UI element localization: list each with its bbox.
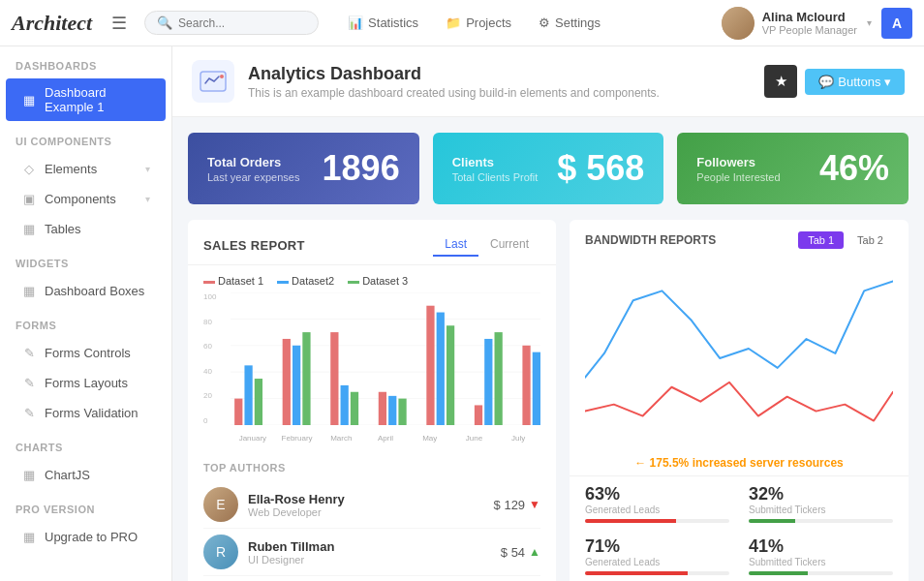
tables-icon: ▦: [21, 221, 37, 236]
sidebar-item-forms-validation[interactable]: ✎ Forms Validation: [6, 398, 166, 427]
search-input[interactable]: [178, 16, 304, 30]
sidebar-item-upgrade[interactable]: ▦ Upgrade to PRO: [6, 522, 166, 551]
components-icon: ▣: [21, 191, 37, 206]
upgrade-icon: ▦: [21, 529, 37, 544]
star-button[interactable]: ★: [764, 65, 797, 98]
user-name: Alina Mclourd: [762, 10, 857, 24]
svg-rect-24: [484, 339, 492, 425]
content-header: Analytics Dashboard This is an example d…: [172, 46, 924, 117]
app-icon[interactable]: A: [881, 8, 912, 39]
sidebar-item-tables[interactable]: ▦ Tables: [6, 214, 166, 243]
hamburger-icon[interactable]: ☰: [111, 13, 127, 34]
svg-rect-20: [426, 306, 434, 425]
svg-rect-11: [283, 339, 291, 425]
svg-rect-15: [341, 385, 349, 425]
sidebar-section-ui-components: UI COMPONENTS: [0, 122, 171, 153]
svg-rect-9: [244, 365, 252, 425]
svg-point-1: [220, 75, 224, 78]
svg-rect-13: [302, 332, 310, 425]
page-subtitle: This is an example dashboard created usi…: [248, 86, 660, 100]
line-chart-svg: [585, 257, 893, 441]
bw-stat-tickets: 32% Submitted Tickers: [749, 484, 893, 523]
sidebar-section-charts: CHARTS: [0, 428, 171, 459]
buttons-dropdown[interactable]: 💬 Buttons ▾: [805, 69, 905, 95]
bw-tab-1[interactable]: Tab 1: [798, 231, 844, 249]
sidebar-item-chartjs[interactable]: ▦ ChartJS: [6, 460, 166, 489]
svg-rect-8: [234, 399, 242, 425]
sidebar-section-dashboards: DASHBOARDS: [0, 46, 171, 77]
chevron-right-icon-2: ▾: [145, 194, 150, 204]
forms-controls-icon: ✎: [21, 345, 37, 360]
projects-icon: 📁: [446, 15, 461, 30]
tab-current[interactable]: Current: [478, 233, 540, 257]
svg-rect-19: [398, 399, 406, 425]
stat-sublabel-clients: Total Clients Profit: [452, 171, 539, 183]
tab-last[interactable]: Last: [433, 233, 478, 257]
stat-value-clients: $ 568: [557, 148, 644, 189]
user-info[interactable]: Alina Mclourd VP People Manager ▾: [722, 7, 872, 40]
server-resources-text: ← 175.5% increased server resources: [570, 450, 909, 475]
svg-rect-16: [351, 392, 358, 425]
bandwidth-tabs[interactable]: Tab 1 Tab 2: [798, 231, 893, 249]
author-amount-1: $ 129 ▼: [494, 498, 540, 512]
search-icon: 🔍: [157, 15, 172, 30]
author-row-3: V Vinnie Wagstaff Java Programmer $ 429: [203, 576, 540, 581]
search-box[interactable]: 🔍: [144, 11, 319, 35]
logo: Architect: [12, 11, 92, 36]
chevron-down-icon: ▾: [867, 17, 872, 28]
author-name-2: Ruben Tillman: [248, 539, 334, 554]
avatar: [722, 7, 755, 40]
nav-projects[interactable]: 📁 Projects: [432, 10, 525, 36]
bar-chart-svg: [231, 292, 540, 425]
svg-rect-12: [293, 346, 300, 425]
author-avatar-1: E: [203, 487, 238, 522]
settings-icon: ⚙: [539, 15, 550, 30]
sidebar-item-forms-layouts[interactable]: ✎ Forms Layouts: [6, 368, 166, 397]
stat-label-clients: Clients: [452, 155, 539, 169]
stat-sublabel-orders: Last year expenses: [207, 171, 299, 183]
bandwidth-stats-2: 71% Generated Leads 41% Submitted Ticker…: [570, 531, 909, 581]
line-chart-area: [570, 257, 909, 450]
nav-settings[interactable]: ⚙ Settings: [525, 10, 614, 36]
stat-card-orders: Total Orders Last year expenses 1896: [188, 133, 419, 204]
sidebar-item-elements[interactable]: ◇ Elements ▾: [6, 154, 166, 183]
sidebar-item-components[interactable]: ▣ Components ▾: [6, 184, 166, 213]
sidebar-item-dashboard-boxes[interactable]: ▦ Dashboard Boxes: [6, 276, 166, 305]
bw-tab-2[interactable]: Tab 2: [847, 231, 893, 249]
svg-rect-21: [437, 313, 445, 425]
sidebar-section-forms: FORMS: [0, 306, 171, 337]
svg-rect-26: [522, 346, 530, 425]
author-amount-2: $ 54 ▲: [501, 545, 540, 560]
stat-value-followers: 46%: [819, 148, 889, 189]
sidebar-item-dashboard-example[interactable]: ▦ Dashboard Example 1: [6, 78, 166, 121]
svg-rect-17: [379, 392, 386, 425]
sidebar: DASHBOARDS ▦ Dashboard Example 1 UI COMP…: [0, 46, 172, 581]
dashboard-icon: ▦: [21, 92, 37, 107]
bw-stat-leads: 63% Generated Leads: [585, 484, 729, 523]
bandwidth-panel: BANDWIDTH REPORTS Tab 1 Tab 2: [570, 220, 909, 581]
user-role: VP People Manager: [762, 24, 857, 36]
sidebar-item-forms-controls[interactable]: ✎ Forms Controls: [6, 338, 166, 367]
sidebar-section-pro: PRO VERSION: [0, 490, 171, 521]
svg-rect-18: [388, 396, 396, 425]
bandwidth-header: BANDWIDTH REPORTS Tab 1 Tab 2: [570, 220, 909, 257]
stat-card-clients: Clients Total Clients Profit $ 568: [433, 133, 664, 204]
top-authors-title: TOP AUTHORS: [203, 462, 540, 474]
bw-stat-tickets-2: 41% Submitted Tickers: [749, 536, 893, 575]
svg-rect-14: [330, 332, 338, 425]
stat-value-orders: 1896: [323, 148, 400, 189]
panels-row: SALES REPORT Last Current Dataset 1 Data…: [172, 212, 924, 581]
stat-card-followers: Followers People Interested 46%: [677, 133, 909, 204]
nav-statistics[interactable]: 📊 Statistics: [334, 10, 432, 36]
sales-tabs[interactable]: Last Current: [433, 233, 540, 257]
page-title: Analytics Dashboard: [248, 64, 660, 84]
forms-layouts-icon: ✎: [21, 375, 37, 390]
forms-validation-icon: ✎: [21, 405, 37, 420]
elements-icon: ◇: [21, 161, 37, 176]
stat-label-followers: Followers: [696, 155, 780, 169]
author-role-1: Web Developer: [248, 506, 345, 518]
sales-panel: SALES REPORT Last Current Dataset 1 Data…: [188, 220, 556, 581]
widgets-icon: ▦: [21, 283, 37, 298]
chart-area: Dataset 1 Dataset2 Dataset 3 100 80 60 4…: [188, 265, 556, 452]
header-icon: [192, 60, 234, 103]
